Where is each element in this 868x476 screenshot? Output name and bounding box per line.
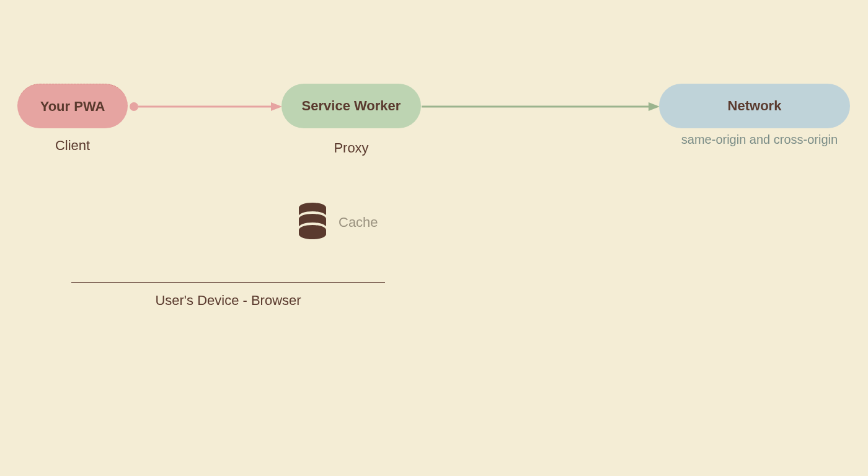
node-network-label: Network: [728, 98, 782, 114]
node-network: Network: [659, 84, 850, 128]
node-pwa: Your PWA: [17, 84, 128, 128]
arrow-sw-to-network: [422, 101, 660, 112]
svg-marker-4: [649, 102, 660, 111]
node-network-sublabel: same-origin and cross-origin: [657, 133, 862, 147]
node-sw-label: Service Worker: [302, 98, 401, 114]
node-service-worker: Service Worker: [281, 84, 421, 128]
cache-label: Cache: [339, 214, 378, 231]
node-pwa-label: Your PWA: [40, 99, 105, 115]
node-sw-sublabel: Proxy: [281, 140, 421, 156]
cache-icon: [298, 202, 327, 239]
arrow-pwa-to-sw: [128, 101, 282, 112]
svg-point-0: [130, 102, 138, 111]
node-pwa-sublabel: Client: [17, 138, 128, 154]
svg-marker-2: [271, 102, 282, 111]
device-label: User's Device - Browser: [71, 293, 385, 309]
pwa-service-worker-diagram: Your PWA Client Service Worker Proxy Net…: [0, 0, 868, 476]
device-divider: [71, 282, 385, 283]
